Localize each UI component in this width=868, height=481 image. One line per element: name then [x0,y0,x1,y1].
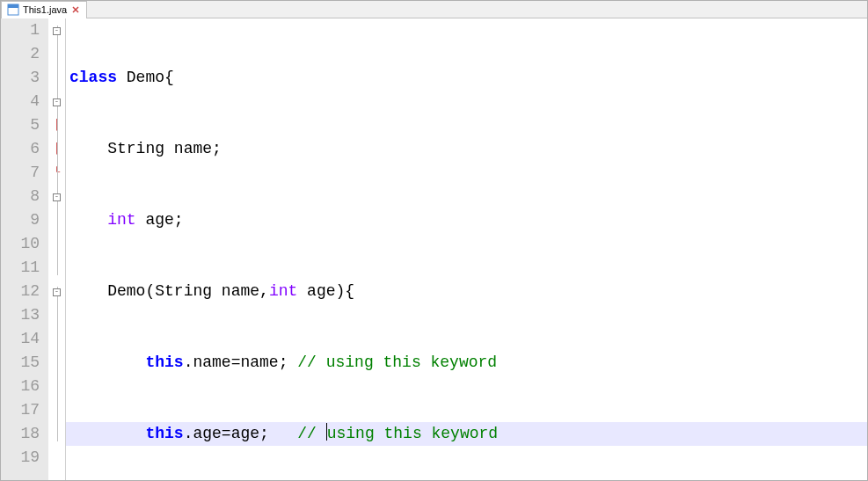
tab-filename: This1.java [23,4,67,15]
line-number: 11 [1,256,40,280]
line-number: 14 [1,327,40,351]
close-icon[interactable] [70,4,81,15]
text-cursor [326,423,327,441]
fold-toggle-icon[interactable]: - [53,288,61,296]
line-number: 15 [1,351,40,375]
fold-toggle-icon[interactable]: - [53,193,61,201]
code-line: class Demo{ [66,66,867,90]
code-line-current: this.age=age; // using this keyword [66,422,867,446]
line-number: 6 [1,137,40,161]
line-number: 1 [1,18,40,42]
tab-bar: This1.java [1,1,867,18]
fold-toggle-icon[interactable]: - [53,27,61,35]
line-number: 5 [1,113,40,137]
code-line: Demo(String name,int age){ [66,280,867,303]
line-number: 10 [1,232,40,256]
line-number-gutter: 1 2 3 4 5 6 7 8 9 10 11 12 13 14 15 16 1… [1,18,48,480]
code-line: String name; [66,137,867,161]
java-file-icon [7,4,19,16]
line-number: 19 [1,446,40,470]
code-line: this.name=name; // using this keyword [66,351,867,375]
line-number: 3 [1,66,40,90]
line-number: 4 [1,90,40,113]
line-number: 9 [1,208,40,232]
line-number: 12 [1,280,40,303]
line-number: 17 [1,398,40,422]
line-number: 13 [1,303,40,327]
line-number: 2 [1,42,40,66]
file-tab[interactable]: This1.java [1,1,87,18]
svg-rect-1 [8,4,18,8]
code-line: int age; [66,208,867,232]
line-number: 8 [1,185,40,208]
fold-toggle-icon[interactable]: - [53,98,61,106]
line-number: 16 [1,375,40,398]
code-area[interactable]: class Demo{ String name; int age; Demo(S… [66,18,867,480]
code-editor[interactable]: 1 2 3 4 5 6 7 8 9 10 11 12 13 14 15 16 1… [1,18,867,480]
fold-gutter: - - │ │ └ - - [48,18,66,480]
line-number: 7 [1,161,40,185]
line-number: 18 [1,422,40,446]
